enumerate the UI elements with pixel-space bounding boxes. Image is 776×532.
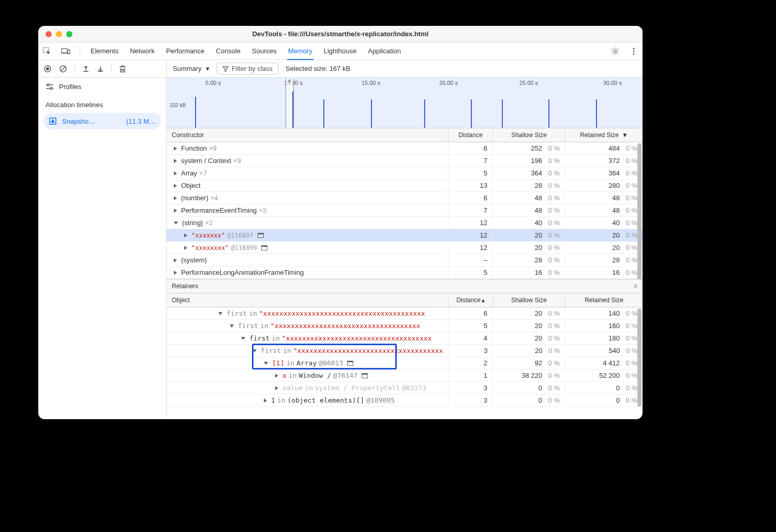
view-select[interactable]: Summary ▾ xyxy=(173,65,210,72)
sidebar-toolbar xyxy=(38,60,166,78)
filter-input[interactable]: Filter by class xyxy=(217,63,278,75)
inspect-icon[interactable] xyxy=(42,47,52,56)
table-row[interactable]: (number) ×46480 %480 % xyxy=(167,192,643,204)
snapshot-icon xyxy=(49,117,57,125)
scrollbar[interactable] xyxy=(637,143,641,279)
table-row[interactable]: Function ×962520 %4840 % xyxy=(167,142,643,155)
snapshot-name: Snapsho… xyxy=(62,117,95,125)
timeline-tick: 20.00 s xyxy=(439,80,458,86)
timeline-tick: 15.00 s xyxy=(362,80,380,86)
filter-icon xyxy=(222,66,229,72)
svg-point-15 xyxy=(50,87,52,90)
tab-elements[interactable]: Elements xyxy=(89,43,120,59)
main-toolbar: Summary ▾ Filter by class Selected size:… xyxy=(167,60,643,78)
gear-icon[interactable] xyxy=(610,47,620,56)
svg-point-4 xyxy=(614,50,617,52)
tab-network[interactable]: Network xyxy=(129,43,156,59)
constructors-header: Constructor Distance Shallow Size Retain… xyxy=(167,128,643,142)
svg-point-5 xyxy=(633,48,635,49)
svg-rect-3 xyxy=(68,50,70,54)
svg-point-13 xyxy=(47,84,49,86)
timeline-tick: 5.00 s xyxy=(205,80,221,86)
table-row[interactable]: [1] in Array @860132920 %4 4120 % xyxy=(167,357,643,370)
table-row[interactable]: Array ×753640 %3640 % xyxy=(167,167,643,180)
tab-console[interactable]: Console xyxy=(215,43,242,59)
table-row[interactable]: (string) ×212400 %400 % xyxy=(167,217,643,229)
table-row[interactable]: PerformanceEventTiming ×37480 %480 % xyxy=(167,204,643,217)
svg-line-11 xyxy=(61,67,65,71)
record-icon[interactable] xyxy=(43,65,52,73)
svg-point-7 xyxy=(633,53,635,54)
timeline[interactable]: 5.00 s10.00 s15.00 s20.00 s25.00 s30.00 … xyxy=(167,78,643,128)
clear-icon[interactable] xyxy=(59,65,67,73)
table-row[interactable]: value in system / PropertyCell @83373300… xyxy=(167,382,643,394)
tab-application[interactable]: Application xyxy=(367,43,402,59)
zoom-icon[interactable] xyxy=(66,31,72,37)
panel-tabs: ElementsNetworkPerformanceConsoleSources… xyxy=(38,42,643,60)
table-row[interactable]: x in Window / @76147138 2200 %52 2000 % xyxy=(167,370,643,382)
tab-memory[interactable]: Memory xyxy=(287,43,314,60)
table-row[interactable]: 1 in (object elements)[] @109095300 %00 … xyxy=(167,394,643,407)
scrollbar[interactable] xyxy=(637,308,641,407)
constructors-rows: Function ×962520 %4840 %system / Context… xyxy=(167,142,643,279)
timeline-tick: 25.00 s xyxy=(519,80,538,86)
main-panel: Summary ▾ Filter by class Selected size:… xyxy=(167,60,643,419)
device-icon[interactable] xyxy=(61,47,70,56)
svg-point-6 xyxy=(633,50,635,52)
sidebar-section: Allocation timelines xyxy=(38,96,166,112)
hamburger-icon[interactable]: ≡ xyxy=(634,283,637,290)
snapshot-size: (11.3 M… xyxy=(126,117,156,125)
window-title: DevTools - file:///Users/stmarthe/x-repl… xyxy=(38,30,643,38)
svg-point-9 xyxy=(46,67,49,70)
table-row[interactable]: "xxxxxxxx" @11689912200 %200 % xyxy=(167,242,643,254)
retainers-header: Retainers≡ xyxy=(167,279,643,293)
retainers-rows: first in "xxxxxxxxxxxxxxxxxxxxxxxxxxxxxx… xyxy=(167,307,643,407)
tab-lighthouse[interactable]: Lighthouse xyxy=(323,43,358,59)
traffic-lights xyxy=(46,31,72,37)
load-icon[interactable] xyxy=(82,65,89,72)
table-row[interactable]: first in "xxxxxxxxxxxxxxxxxxxxxxxxxxxxxx… xyxy=(167,307,643,320)
minimize-icon[interactable] xyxy=(56,31,62,37)
profiles-heading: Profiles xyxy=(38,78,166,96)
table-row[interactable]: "xxxxxxx" @11689712200 %200 % xyxy=(167,229,643,242)
chevron-down-icon: ▾ xyxy=(206,65,210,72)
tab-performance[interactable]: Performance xyxy=(165,43,205,59)
profiles-sidebar: Profiles Allocation timelines Snapsho… (… xyxy=(38,60,167,419)
retainers-columns: Object Distance▴ Shallow Size Retained S… xyxy=(167,293,643,307)
save-icon[interactable] xyxy=(97,65,104,72)
snapshot-item[interactable]: Snapsho… (11.3 M… xyxy=(43,113,161,129)
svg-rect-1 xyxy=(62,49,67,53)
titlebar: DevTools - file:///Users/stmarthe/x-repl… xyxy=(38,26,643,42)
table-row[interactable]: first in "xxxxxxxxxxxxxxxxxxxxxxxxxxxxxx… xyxy=(167,345,643,357)
table-row[interactable]: PerformanceLongAnimationFrameTiming5160 … xyxy=(167,267,643,279)
timeline-ylabel: 102 kB xyxy=(170,102,186,108)
selected-size: Selected size: 167 kB xyxy=(286,65,350,72)
sliders-icon xyxy=(46,83,54,91)
table-row[interactable]: first in "xxxxxxxxxxxxxxxxxxxxxxxxxxxxxx… xyxy=(167,332,643,345)
tab-sources[interactable]: Sources xyxy=(251,43,278,59)
table-row[interactable]: system / Context ×971960 %3720 % xyxy=(167,155,643,167)
devtools-window: DevTools - file:///Users/stmarthe/x-repl… xyxy=(38,26,643,419)
table-row[interactable]: (system)–280 %280 % xyxy=(167,254,643,267)
timeline-tick: 30.00 s xyxy=(603,80,622,86)
gc-icon[interactable] xyxy=(119,65,126,73)
table-row[interactable]: Object13280 %2800 % xyxy=(167,180,643,192)
table-row[interactable]: first in "xxxxxxxxxxxxxxxxxxxxxxxxxxxxxx… xyxy=(167,320,643,332)
more-icon[interactable] xyxy=(629,47,638,56)
close-icon[interactable] xyxy=(46,31,52,37)
